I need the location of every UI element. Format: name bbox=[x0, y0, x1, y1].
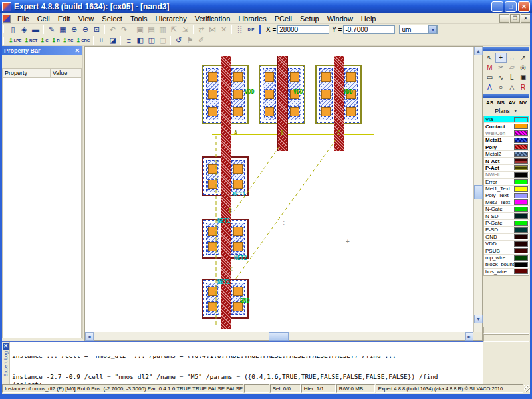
vertical-scroll-thumb[interactable] bbox=[474, 185, 483, 200]
layer-row-p-gate[interactable]: P-Gate bbox=[484, 220, 529, 227]
layer-row-poly_text[interactable]: Poly_Text bbox=[484, 192, 529, 199]
layer-row-gnd[interactable]: GND bbox=[484, 234, 529, 241]
vis-col-av[interactable]: AV bbox=[509, 100, 516, 106]
open-button[interactable]: ◈ bbox=[19, 25, 30, 35]
layer-swatch[interactable] bbox=[514, 193, 528, 198]
menu-hierarchy[interactable]: Hierarchy bbox=[152, 14, 191, 23]
chevron-down-icon[interactable]: ▼ bbox=[428, 25, 437, 33]
layer-swatch[interactable] bbox=[514, 262, 528, 267]
mdi-minimize-button[interactable]: _ bbox=[499, 14, 509, 23]
layer-swatch[interactable] bbox=[514, 179, 528, 184]
horizontal-scrollbar[interactable]: ◄ ► bbox=[85, 332, 473, 340]
scroll-up-icon[interactable]: ▲ bbox=[474, 47, 483, 55]
stretch-tool[interactable]: ▱ bbox=[507, 63, 518, 72]
layer-row-met2_text[interactable]: Met2_Text bbox=[484, 200, 529, 206]
cut-tool[interactable]: ✂ bbox=[495, 63, 507, 72]
menu-help[interactable]: Help bbox=[357, 14, 380, 23]
menu-setup[interactable]: Setup bbox=[296, 14, 323, 23]
property-column-header[interactable]: Property bbox=[3, 69, 51, 77]
layer-row-contact[interactable]: Contact bbox=[484, 123, 529, 130]
plans-dropdown[interactable]: Plans ▼ bbox=[483, 106, 530, 115]
layer-swatch[interactable] bbox=[514, 248, 528, 253]
menu-window[interactable]: Window bbox=[323, 14, 357, 23]
layer-swatch[interactable] bbox=[514, 138, 528, 143]
layer-row-p-act[interactable]: P-Act bbox=[484, 165, 529, 172]
close-icon[interactable]: ✕ bbox=[74, 47, 80, 54]
zoom-in-button[interactable]: ⊕ bbox=[68, 25, 80, 35]
move-tool[interactable]: ↔ bbox=[507, 53, 518, 63]
layer-swatch[interactable] bbox=[514, 186, 528, 192]
menu-cell[interactable]: Cell bbox=[33, 14, 54, 23]
layer-view-button[interactable]: ◧ bbox=[134, 35, 146, 45]
list-button[interactable]: ≡ bbox=[123, 35, 134, 45]
layer-row-p-sd[interactable]: P-SD bbox=[484, 227, 529, 233]
layer-swatch[interactable] bbox=[514, 207, 528, 212]
netlist-button[interactable]: ⌗ bbox=[96, 35, 107, 45]
port-tool[interactable]: ▣ bbox=[517, 72, 529, 82]
y-coord-input[interactable] bbox=[343, 25, 395, 34]
layer-row-wellcon[interactable]: WellCon bbox=[484, 130, 529, 137]
dip-button[interactable]: DIP bbox=[245, 25, 257, 35]
vis-col-as[interactable]: AS bbox=[486, 100, 493, 106]
report-button[interactable]: ◪ bbox=[107, 35, 118, 45]
units-dropdown[interactable]: um ▼ bbox=[399, 25, 438, 34]
tile-windows-button[interactable]: ▦ bbox=[57, 25, 68, 35]
layer-swatch[interactable] bbox=[514, 165, 528, 170]
panel-handle[interactable] bbox=[483, 94, 529, 98]
layer-swatch[interactable] bbox=[514, 124, 528, 129]
crc-extract-button[interactable]: ↥CRC bbox=[74, 35, 91, 45]
draw-button[interactable]: ✎ bbox=[46, 25, 57, 35]
layer-row-bus_wire[interactable]: bus_wire bbox=[484, 269, 529, 275]
pick-tool[interactable]: ↗ bbox=[517, 53, 529, 63]
menu-select[interactable]: Select bbox=[98, 14, 126, 23]
box-tool[interactable]: ▭ bbox=[484, 72, 495, 82]
layer-swatch[interactable] bbox=[514, 158, 528, 164]
layer-row-n-gate[interactable]: N-Gate bbox=[484, 206, 529, 213]
layer-row-vdd[interactable]: VDD bbox=[484, 241, 529, 247]
menu-libraries[interactable]: Libraries bbox=[234, 14, 270, 23]
layer-row-psub[interactable]: PSUB bbox=[484, 247, 529, 254]
layer-swatch[interactable] bbox=[514, 227, 528, 233]
layer-swatch[interactable] bbox=[514, 213, 528, 219]
polygon-tool[interactable]: △ bbox=[507, 82, 518, 92]
vis-col-ns[interactable]: NS bbox=[497, 100, 505, 106]
close-button[interactable]: ✕ bbox=[518, 1, 530, 12]
layer-swatch[interactable] bbox=[514, 255, 528, 261]
menu-pcell[interactable]: PCell bbox=[271, 14, 296, 23]
target-tool[interactable]: ◎ bbox=[517, 63, 529, 72]
layer-swatch[interactable] bbox=[514, 269, 528, 274]
select-tool[interactable]: ↖ bbox=[484, 53, 495, 63]
scroll-right-icon[interactable]: ► bbox=[465, 332, 473, 341]
layer-swatch[interactable] bbox=[514, 144, 528, 150]
layer-swatch[interactable] bbox=[514, 234, 528, 239]
log-output[interactable]: instance ... /cell = "nmos_dl2" ... /par… bbox=[10, 342, 483, 384]
new-button[interactable]: ▯ bbox=[7, 25, 19, 35]
vis-col-nv[interactable]: NV bbox=[519, 100, 527, 106]
x-coord-input[interactable] bbox=[277, 25, 329, 34]
layer-swatch[interactable] bbox=[514, 221, 528, 226]
save-button[interactable]: ▬ bbox=[30, 25, 41, 35]
print-button[interactable]: ◫ bbox=[146, 35, 157, 45]
refresh-red-button[interactable]: ↺ bbox=[173, 35, 184, 45]
layout-canvas[interactable]: VDDVDDVDDABCNET1BNET1NET2CNET2GND÷+ ▲ ▼ … bbox=[84, 46, 483, 341]
layer-row-met1_text[interactable]: Met1_Text bbox=[484, 186, 529, 192]
menu-tools[interactable]: Tools bbox=[126, 14, 152, 23]
value-column-header[interactable]: Value bbox=[51, 69, 69, 77]
expert-log-tab[interactable]: ✕ Expert Log bbox=[2, 342, 10, 384]
rc-extract-button[interactable]: ↥RC bbox=[61, 35, 74, 45]
lpe-button[interactable]: ↥LPE bbox=[7, 35, 23, 45]
layer-swatch[interactable] bbox=[514, 152, 528, 157]
resize-grip[interactable] bbox=[524, 385, 530, 392]
layer-row-nwell[interactable]: NWell bbox=[484, 172, 529, 178]
layer-row-poly[interactable]: Poly bbox=[484, 144, 529, 151]
layer-row-error[interactable]: Error bbox=[484, 179, 529, 186]
zoom-out-button[interactable]: ⊖ bbox=[80, 25, 91, 35]
c-extract-button[interactable]: ↥C bbox=[39, 35, 50, 45]
menu-view[interactable]: View bbox=[74, 14, 98, 23]
layer-row-metal2[interactable]: Metal2 bbox=[484, 151, 529, 158]
layer-row-via[interactable]: Via bbox=[484, 116, 529, 123]
circle-tool[interactable]: ○ bbox=[495, 82, 507, 92]
layer-row-block_boundary[interactable]: block_boundary bbox=[484, 261, 529, 268]
text-tool[interactable]: A bbox=[484, 82, 495, 92]
pcell-tool[interactable]: R bbox=[517, 82, 529, 92]
